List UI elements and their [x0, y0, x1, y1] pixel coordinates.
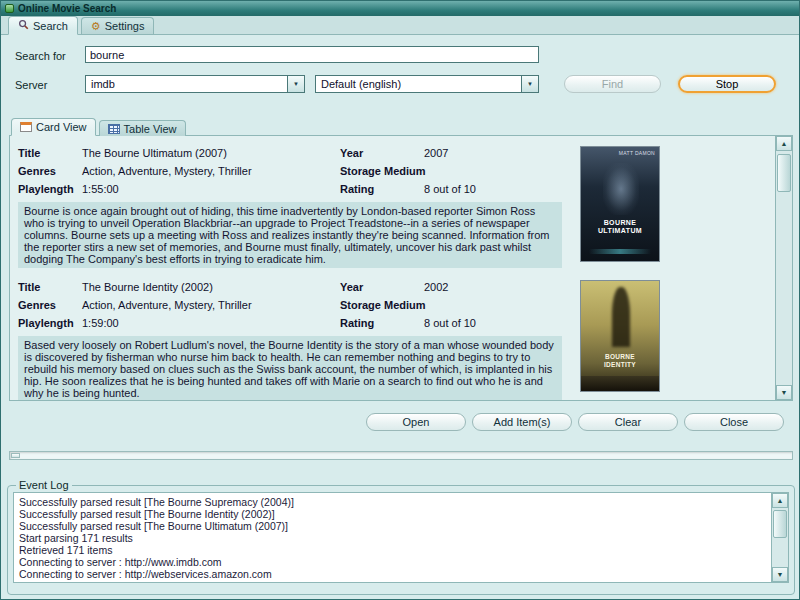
movie-title: The Bourne Ultimatum (2007)	[82, 144, 340, 162]
language-combo-value: Default (english)	[316, 78, 521, 90]
window-title: Online Movie Search	[18, 3, 116, 14]
event-log-group: Event Log Successfully parsed result [Th…	[7, 479, 795, 595]
app-window: Online Movie Search Search ⚙ Settings Se…	[0, 0, 800, 600]
chevron-down-icon[interactable]: ▼	[287, 76, 304, 92]
progress-bar	[9, 451, 793, 460]
tab-settings-label: Settings	[105, 20, 145, 32]
movie-fields: Title The Bourne Ultimatum (2007) Year 2…	[18, 144, 562, 198]
search-input[interactable]	[85, 46, 539, 63]
result-card-ultimatum[interactable]: Title The Bourne Ultimatum (2007) Year 2…	[18, 144, 767, 268]
event-log-title: Event Log	[16, 479, 72, 491]
clear-button[interactable]: Clear	[578, 413, 678, 431]
movie-genres: Action, Adventure, Mystery, Thriller	[82, 296, 340, 314]
rating-label: Rating	[340, 314, 424, 332]
poster-figure-art	[603, 163, 639, 215]
view-tabbar: Card View Table View	[11, 118, 186, 136]
playlength-label: Playlength	[18, 180, 82, 198]
log-line: Successfully parsed result [The Bourne I…	[19, 508, 766, 520]
tab-card-view[interactable]: Card View	[11, 118, 96, 136]
card-view-icon	[20, 122, 32, 132]
movie-fields: Title The Bourne Identity (2002) Year 20…	[18, 278, 562, 332]
app-icon	[5, 4, 14, 13]
movie-playlength: 1:59:00	[82, 314, 340, 332]
poster-title-line: BOURNE	[581, 219, 659, 227]
genres-label: Genres	[18, 162, 82, 180]
log-line: Successfully parsed result [The Bourne S…	[19, 496, 766, 508]
movie-title: The Bourne Identity (2002)	[82, 278, 340, 296]
movie-playlength: 1:55:00	[82, 180, 340, 198]
tab-search[interactable]: Search	[8, 16, 78, 35]
tab-table-view-label: Table View	[124, 123, 177, 135]
results-scrollbar[interactable]: ▲ ▼	[775, 136, 792, 400]
log-line: Start parsing 171 results	[19, 532, 766, 544]
poster-figure-art	[612, 287, 630, 347]
find-button[interactable]: Find	[564, 75, 661, 93]
title-label: Title	[18, 278, 82, 296]
server-label: Server	[15, 79, 47, 91]
event-log-scrollbar[interactable]: ▲ ▼	[771, 493, 788, 582]
movie-genres: Action, Adventure, Mystery, Thriller	[82, 162, 340, 180]
tab-settings[interactable]: ⚙ Settings	[81, 17, 155, 34]
scroll-up-button[interactable]: ▲	[776, 136, 792, 151]
poster-title-line: BOURNE	[581, 353, 659, 361]
genres-label: Genres	[18, 296, 82, 314]
poster-title-line: ULTIMATUM	[581, 227, 659, 235]
add-items-button[interactable]: Add Item(s)	[472, 413, 572, 431]
title-label: Title	[18, 144, 82, 162]
storage-medium-label: Storage Medium	[340, 296, 424, 314]
scroll-thumb[interactable]	[773, 510, 787, 538]
movie-rating: 8 out of 10	[424, 180, 562, 198]
gear-icon: ⚙	[91, 21, 101, 31]
tab-search-label: Search	[33, 20, 68, 32]
scroll-up-button[interactable]: ▲	[772, 493, 788, 508]
chevron-down-icon[interactable]: ▼	[521, 76, 538, 92]
table-view-icon	[108, 124, 120, 134]
scroll-thumb[interactable]	[777, 154, 791, 192]
results-list: Title The Bourne Ultimatum (2007) Year 2…	[10, 136, 775, 400]
close-button[interactable]: Close	[684, 413, 784, 431]
tab-table-view[interactable]: Table View	[99, 120, 186, 136]
movie-poster: MATT DAMON BOURNE ULTIMATUM	[580, 146, 660, 262]
year-label: Year	[340, 278, 424, 296]
movie-rating: 8 out of 10	[424, 314, 562, 332]
scroll-track[interactable]	[772, 508, 788, 567]
movie-description: Based very loosely on Robert Ludlum's no…	[18, 336, 562, 400]
action-button-row: Open Add Item(s) Clear Close	[1, 413, 784, 431]
movie-year: 2002	[424, 278, 562, 296]
main-tabbar: Search ⚙ Settings	[1, 16, 799, 35]
event-log-lines: Successfully parsed result [The Bourne S…	[14, 493, 771, 582]
language-combo[interactable]: Default (english) ▼	[315, 75, 539, 93]
year-label: Year	[340, 144, 424, 162]
movie-storage-medium	[424, 162, 562, 180]
movie-storage-medium	[424, 296, 562, 314]
log-line: Retrieved 171 items	[19, 544, 766, 556]
search-for-label: Search for	[15, 50, 66, 62]
log-line: Successfully parsed result [The Bourne U…	[19, 520, 766, 532]
movie-year: 2007	[424, 144, 562, 162]
scroll-down-button[interactable]: ▼	[772, 567, 788, 582]
open-button[interactable]: Open	[366, 413, 466, 431]
titlebar[interactable]: Online Movie Search	[1, 1, 799, 16]
storage-medium-label: Storage Medium	[340, 162, 424, 180]
results-panel: Title The Bourne Ultimatum (2007) Year 2…	[9, 135, 793, 401]
search-icon	[18, 19, 29, 32]
movie-poster: BOURNE IDENTITY	[580, 280, 660, 392]
rating-label: Rating	[340, 180, 424, 198]
event-log-box: Successfully parsed result [The Bourne S…	[13, 492, 789, 583]
poster-credits-art	[589, 249, 651, 254]
scroll-down-button[interactable]: ▼	[776, 385, 792, 400]
scroll-track[interactable]	[776, 151, 792, 385]
log-line: Connecting to server : http://www.imdb.c…	[19, 556, 766, 568]
server-combo[interactable]: imdb ▼	[85, 75, 305, 93]
result-card-identity[interactable]: Title The Bourne Identity (2002) Year 20…	[18, 278, 767, 400]
tab-card-view-label: Card View	[36, 121, 87, 133]
progress-indicator	[11, 453, 20, 458]
stop-button[interactable]: Stop	[678, 75, 776, 93]
poster-actor-text: MATT DAMON	[619, 150, 655, 156]
playlength-label: Playlength	[18, 314, 82, 332]
server-combo-value: imdb	[86, 78, 287, 90]
movie-description: Bourne is once again brought out of hidi…	[18, 202, 562, 268]
log-line: Connecting to server : http://webservice…	[19, 568, 766, 580]
poster-bottom-band	[581, 376, 659, 391]
poster-title-line: IDENTITY	[581, 361, 659, 369]
